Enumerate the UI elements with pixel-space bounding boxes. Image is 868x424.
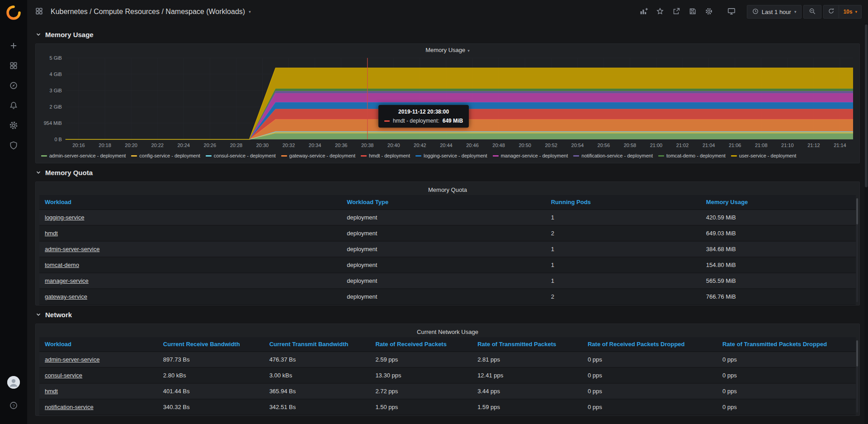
memory-usage-chart-svg[interactable]: 20:1620:1820:2020:2220:2420:2620:2820:30… xyxy=(39,55,856,151)
column-header[interactable]: Rate of Received Packets xyxy=(370,337,472,352)
table-row: manager-servicedeployment1565.59 MiB xyxy=(39,273,856,289)
legend-color-icon xyxy=(731,155,737,157)
table-scrollbar[interactable] xyxy=(856,198,858,302)
workload-link[interactable]: tomcat-demo xyxy=(45,262,79,268)
column-header[interactable]: Memory Usage xyxy=(701,195,856,210)
sidebar-item-create[interactable] xyxy=(4,36,24,56)
column-header[interactable]: Rate of Received Packets Dropped xyxy=(582,337,717,352)
chevron-down-icon: ▾ xyxy=(855,10,857,14)
section-memory-usage[interactable]: Memory Usage xyxy=(35,28,860,41)
legend-item[interactable]: notification-service - deployment xyxy=(573,153,653,158)
svg-text:2 GiB: 2 GiB xyxy=(49,104,61,110)
workload-link[interactable]: admin-server-service xyxy=(45,246,99,252)
cell: 565.59 MiB xyxy=(701,273,856,289)
svg-text:3 GiB: 3 GiB xyxy=(49,88,61,93)
cell: 1.59 pps xyxy=(472,399,582,415)
share-button[interactable] xyxy=(669,5,684,19)
svg-text:20:22: 20:22 xyxy=(151,143,163,148)
workload-link[interactable]: consul-service xyxy=(45,372,82,379)
workload-link[interactable]: notification-service xyxy=(45,404,94,410)
workload-link[interactable]: gateway-service xyxy=(45,293,87,300)
cell: 1 xyxy=(546,257,701,273)
save-button[interactable] xyxy=(685,5,700,19)
legend-color-icon xyxy=(415,155,421,157)
legend-item[interactable]: config-service - deployment xyxy=(131,153,200,158)
sidebar-item-help[interactable]: ? xyxy=(4,396,24,416)
cell: 0 pps xyxy=(582,383,717,399)
legend-item[interactable]: consul-service - deployment xyxy=(206,153,276,158)
grafana-logo[interactable] xyxy=(5,5,22,21)
chevron-down-icon xyxy=(35,169,42,176)
section-network[interactable]: Network xyxy=(35,308,860,321)
svg-text:?: ? xyxy=(12,403,14,408)
apps-grid-button[interactable] xyxy=(32,5,46,19)
column-header[interactable]: Current Receive Bandwidth xyxy=(158,337,264,352)
column-header[interactable]: Workload xyxy=(39,195,341,210)
workload-link[interactable]: manager-service xyxy=(45,277,89,284)
sidebar-item-explore[interactable] xyxy=(4,76,24,96)
workload-link[interactable]: hmdt xyxy=(45,230,58,237)
legend-color-icon xyxy=(573,155,579,157)
column-header[interactable]: Workload xyxy=(39,337,158,352)
table-row: hmdtdeployment2649.03 MiB xyxy=(39,225,856,241)
tooltip-series-label: hmdt - deployment: xyxy=(393,118,439,124)
svg-text:20:54: 20:54 xyxy=(571,143,584,148)
cell: 3.00 kBs xyxy=(264,367,370,383)
column-header[interactable]: Rate of Transmitted Packets xyxy=(472,337,582,352)
tooltip-timestamp: 2019-11-12 20:38:00 xyxy=(384,109,463,115)
chart-tooltip: 2019-11-12 20:38:00 hmdt - deployment: 6… xyxy=(378,105,469,128)
legend-item[interactable]: gateway-service - deployment xyxy=(281,153,355,158)
zoom-out-button[interactable] xyxy=(803,5,821,19)
section-memory-quota[interactable]: Memory Quota xyxy=(35,166,860,179)
legend-item[interactable]: admin-server-service - deployment xyxy=(41,153,126,158)
cell: 154.80 MiB xyxy=(701,257,856,273)
series-color-icon xyxy=(384,120,390,122)
cell: 2.80 kBs xyxy=(158,367,264,383)
cell: deployment xyxy=(341,289,546,305)
refresh-interval-button[interactable]: 10s ▾ xyxy=(839,5,861,18)
cell: hmdt xyxy=(39,225,341,241)
column-header[interactable]: Running Pods xyxy=(546,195,701,210)
sidebar-item-server-admin[interactable] xyxy=(4,136,24,156)
sidebar-item-alerting[interactable] xyxy=(4,96,24,116)
svg-text:21:12: 21:12 xyxy=(807,143,820,148)
user-avatar[interactable] xyxy=(7,376,20,389)
star-button[interactable] xyxy=(653,5,667,19)
memory-usage-panel: Memory Usage▾ 20:1620:1820:2020:2220:242… xyxy=(35,43,860,163)
share-icon xyxy=(672,7,680,17)
svg-text:20:20: 20:20 xyxy=(125,143,137,148)
legend-item[interactable]: hmdt - deployment xyxy=(361,153,410,158)
legend-item[interactable]: tomcat-demo - deployment xyxy=(658,153,726,158)
legend-item[interactable]: logging-service - deployment xyxy=(415,153,487,158)
shield-icon xyxy=(9,141,18,151)
settings-gear-icon xyxy=(705,7,713,17)
table-scrollbar[interactable] xyxy=(856,340,858,413)
cell: 766.76 MiB xyxy=(701,289,856,305)
add-panel-button[interactable] xyxy=(637,5,651,19)
section-label: Memory Usage xyxy=(45,31,94,38)
time-range-button[interactable]: Last 1 hour ▾ xyxy=(747,5,802,19)
panel-title-memory-quota[interactable]: Memory Quota xyxy=(39,184,856,195)
column-header[interactable]: Workload Type xyxy=(341,195,546,210)
panel-title-memory-usage[interactable]: Memory Usage▾ xyxy=(39,44,856,55)
cycle-view-mode-button[interactable] xyxy=(724,5,739,19)
legend-label: config-service - deployment xyxy=(139,153,200,158)
svg-text:20:28: 20:28 xyxy=(230,143,242,148)
column-header[interactable]: Rate of Transmitted Packets Dropped xyxy=(717,337,856,352)
workload-link[interactable]: hmdt xyxy=(45,388,58,395)
cell: 420.59 MiB xyxy=(701,210,856,225)
legend-item[interactable]: manager-service - deployment xyxy=(493,153,568,158)
dashboard-settings-button[interactable] xyxy=(702,5,716,19)
panel-title-network-usage[interactable]: Current Network Usage xyxy=(39,326,856,337)
dashboard-title-button[interactable]: Kubernetes / Compute Resources / Namespa… xyxy=(51,8,251,16)
sidebar-item-dashboards[interactable] xyxy=(4,56,24,76)
refresh-icon xyxy=(828,8,835,16)
page-scrollbar[interactable] xyxy=(864,24,868,424)
refresh-button[interactable] xyxy=(824,5,839,18)
sidebar-item-configuration[interactable] xyxy=(4,116,24,136)
legend-item[interactable]: user-service - deployment xyxy=(731,153,797,158)
dashboard-navbar: Kubernetes / Compute Resources / Namespa… xyxy=(27,0,868,24)
column-header[interactable]: Current Transmit Bandwidth xyxy=(264,337,370,352)
workload-link[interactable]: logging-service xyxy=(45,214,84,221)
workload-link[interactable]: admin-server-service xyxy=(45,356,99,363)
